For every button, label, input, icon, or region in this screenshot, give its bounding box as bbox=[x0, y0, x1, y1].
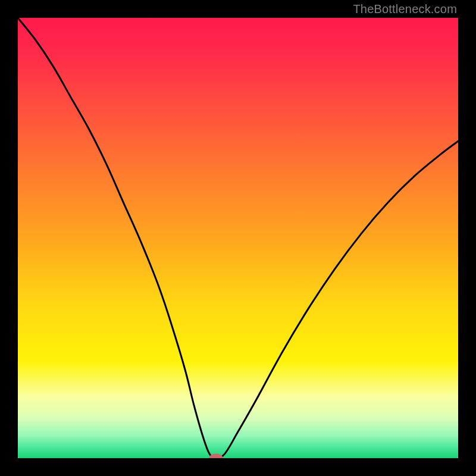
watermark-text: TheBottleneck.com bbox=[353, 2, 457, 16]
plot-area bbox=[18, 18, 458, 458]
bottleneck-curve bbox=[18, 18, 458, 458]
curve-layer bbox=[18, 18, 458, 458]
chart-frame: TheBottleneck.com bbox=[0, 0, 476, 476]
optimum-marker bbox=[209, 454, 223, 458]
